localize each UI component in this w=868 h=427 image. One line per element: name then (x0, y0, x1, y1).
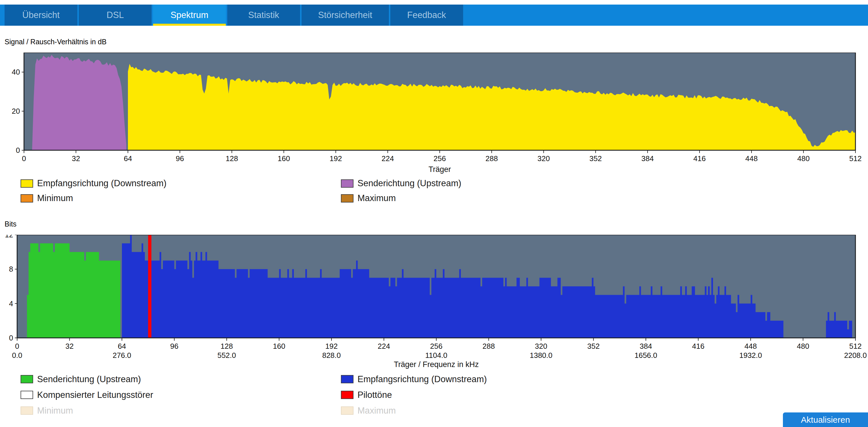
x-tick-label: 224 (378, 342, 390, 350)
legend-item-kompensierter-leitungsstörer: Kompensierter Leitungsstörer (21, 387, 341, 403)
refresh-button[interactable]: Aktualisieren (783, 413, 868, 427)
legend-item-senderichtung-upstream: Senderichtung (Upstream) (341, 176, 461, 191)
legend-swatch (21, 406, 33, 415)
legend-item-minimum: Minimum (21, 191, 341, 206)
legend-swatch (341, 391, 353, 399)
legend-label: Maximum (358, 193, 396, 203)
x-tick-label: 0 (22, 154, 26, 163)
bits-legend: Senderichtung (Upstream)Kompensierter Le… (21, 371, 487, 419)
legend-label: Empfangsrichtung (Downstream) (358, 374, 487, 385)
y-tick-label: 0 (16, 146, 20, 154)
tab-feedback[interactable]: Feedback (390, 5, 463, 26)
legend-item-senderichtung-upstream: Senderichtung (Upstream) (21, 371, 341, 387)
tab-dsl[interactable]: DSL (79, 5, 152, 26)
tab-label: DSL (106, 10, 124, 20)
tab-übersicht[interactable]: Übersicht (5, 5, 78, 26)
legend-swatch (21, 391, 33, 399)
pilot-tone-marker (148, 235, 151, 338)
x-tick-label: 352 (589, 154, 601, 163)
x-tick-label: 128 (220, 342, 233, 350)
x-tick-label: 64 (124, 154, 132, 163)
y-tick-label: 0 (9, 334, 13, 342)
x-tick-label: 0 (15, 342, 19, 350)
x-tick-frequency-label: 552.0 (217, 351, 236, 360)
legend-swatch (21, 194, 33, 203)
bits-chart-title: Bits (5, 220, 17, 228)
x-tick-label: 256 (433, 154, 446, 163)
x-tick-label: 384 (640, 342, 652, 350)
x-tick-label: 320 (535, 342, 547, 350)
tab-label: Statistik (248, 10, 279, 20)
x-tick-label: 288 (486, 154, 498, 163)
x-tick-label: 480 (797, 342, 809, 350)
y-tick-label: 4 (9, 299, 13, 308)
x-tick-frequency-label: 0.0 (12, 351, 22, 360)
x-tick-frequency-label: 1104.0 (425, 351, 447, 360)
x-tick-frequency-label: 828.0 (322, 351, 341, 360)
legend-swatch (21, 179, 33, 188)
snr-chart-title: Signal / Rausch-Verhältnis in dB (5, 38, 106, 46)
legend-swatch (21, 375, 33, 383)
x-tick-label: 416 (692, 342, 704, 350)
x-tick-frequency-label: 1932.0 (739, 351, 762, 360)
x-tick-label: 448 (744, 342, 757, 350)
active-tab-underline (153, 24, 226, 26)
legend-item-empfangsrichtung-downstream: Empfangsrichtung (Downstream) (341, 371, 487, 387)
x-tick-frequency-label: 1380.0 (530, 351, 553, 360)
x-tick-label: 480 (797, 154, 809, 163)
legend-label: Minimum (37, 405, 73, 416)
x-tick-frequency-label: 276.0 (113, 351, 131, 360)
x-tick-label: 512 (849, 342, 862, 350)
x-tick-label: 512 (849, 154, 862, 163)
x-tick-label: 96 (176, 154, 184, 163)
tab-statistik[interactable]: Statistik (227, 5, 300, 26)
x-tick-label: 416 (693, 154, 706, 163)
legend-label: Senderichtung (Upstream) (358, 178, 461, 188)
legend-item-maximum: Maximum (341, 191, 461, 206)
tab-spektrum[interactable]: Spektrum (153, 5, 226, 26)
x-axis-title: Träger (429, 165, 451, 174)
x-tick-label: 128 (225, 154, 238, 163)
x-tick-label: 384 (641, 154, 654, 163)
legend-item-maximum: Maximum (341, 403, 487, 419)
y-tick-label: 8 (9, 265, 13, 273)
legend-label: Kompensierter Leitungsstörer (37, 390, 153, 400)
tab-label: Spektrum (170, 10, 209, 20)
spectrum-page: ÜbersichtDSLSpektrumStatistikStörsicherh… (0, 0, 868, 427)
x-tick-frequency-label: 1656.0 (634, 351, 657, 360)
y-tick-label: 20 (12, 107, 20, 115)
snr-chart: 0326496128160192224256288320352384416448… (0, 53, 868, 178)
x-tick-label: 352 (587, 342, 599, 350)
legend-label: Maximum (358, 405, 396, 416)
x-tick-label: 160 (278, 154, 290, 163)
senderichtung-upstream-area (32, 55, 126, 150)
legend-label: Senderichtung (Upstream) (37, 374, 141, 385)
legend-item-pilottöne: Pilottöne (341, 387, 487, 403)
tab-label: Feedback (407, 10, 446, 20)
tab-label: Übersicht (22, 10, 60, 20)
x-tick-label: 64 (118, 342, 126, 350)
x-tick-label: 32 (72, 154, 80, 163)
legend-swatch (341, 375, 353, 383)
tab-label: Störsicherheit (318, 10, 372, 20)
legend-label: Empfangsrichtung (Downstream) (37, 178, 166, 188)
tab-störsicherheit[interactable]: Störsicherheit (302, 5, 389, 26)
x-tick-label: 96 (170, 342, 179, 350)
legend-swatch (341, 194, 353, 203)
legend-item-empfangsrichtung-downstream: Empfangsrichtung (Downstream) (21, 176, 341, 191)
tab-bar: ÜbersichtDSLSpektrumStatistikStörsicherh… (0, 5, 868, 26)
x-tick-label: 224 (381, 154, 394, 163)
y-tick-label: 12 (5, 235, 13, 239)
x-tick-label: 32 (65, 342, 74, 350)
x-tick-label: 192 (330, 154, 342, 163)
x-axis-title: Träger / Frequenz in kHz (394, 360, 479, 369)
x-tick-frequency-label: 2208.0 (844, 351, 867, 360)
legend-item-minimum: Minimum (21, 403, 341, 419)
x-tick-label: 448 (745, 154, 757, 163)
x-tick-label: 160 (273, 342, 285, 350)
x-tick-label: 320 (537, 154, 550, 163)
x-tick-label: 288 (483, 342, 495, 350)
legend-label: Minimum (37, 193, 73, 203)
legend-swatch (341, 406, 353, 415)
legend-swatch (341, 179, 353, 188)
